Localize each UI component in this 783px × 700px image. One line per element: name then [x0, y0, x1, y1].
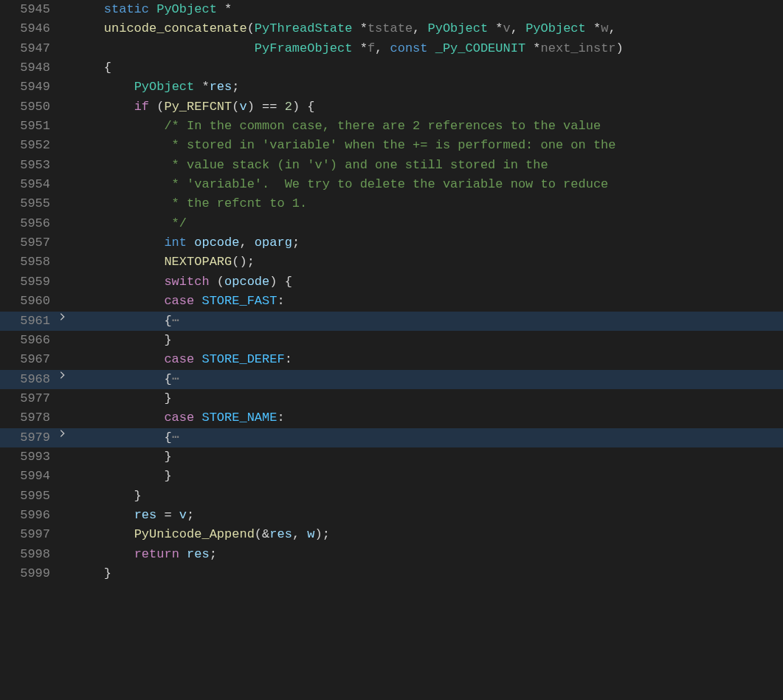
code-content[interactable]: * the refcnt to 1.	[71, 194, 783, 213]
token-punct: ;	[210, 547, 217, 561]
code-line[interactable]: 5951 /* In the common case, there are 2 …	[0, 117, 783, 136]
fold-gutter[interactable]	[53, 312, 71, 322]
token-punct	[187, 236, 194, 250]
code-line[interactable]: 5995 }	[0, 487, 783, 506]
code-content[interactable]: }	[71, 389, 783, 408]
code-content[interactable]: PyUnicode_Append(&res, w);	[71, 525, 783, 544]
code-line[interactable]: 5996 res = v;	[0, 506, 783, 525]
code-content[interactable]: * value stack (in 'v') and one still sto…	[71, 156, 783, 175]
line-number: 5955	[0, 194, 53, 213]
token-ctrl: case	[164, 411, 194, 425]
code-content[interactable]: case STORE_NAME:	[71, 408, 783, 428]
line-number: 5995	[0, 487, 53, 506]
code-content[interactable]: PyObject *res;	[71, 78, 783, 97]
token-punct: )	[616, 41, 624, 55]
code-line[interactable]: 5977 }	[0, 389, 783, 408]
code-content[interactable]: int opcode, oparg;	[71, 233, 783, 253]
code-line[interactable]: 5956 */	[0, 214, 783, 233]
code-line[interactable]: 5998 return res;	[0, 545, 783, 564]
line-number: 5998	[0, 545, 53, 564]
code-line[interactable]: 5999 }	[0, 564, 783, 583]
token-punct: ;	[187, 508, 194, 522]
token-ctrl: return	[134, 547, 179, 561]
token-punct: ) ==	[247, 100, 285, 114]
code-line[interactable]: 5949 PyObject *res;	[0, 78, 783, 97]
code-content[interactable]: }	[71, 447, 783, 467]
line-number: 5968	[0, 370, 53, 389]
code-content[interactable]: static PyObject *	[71, 0, 783, 19]
code-content[interactable]: }	[71, 467, 783, 486]
code-line[interactable]: 5950 if (Py_REFCNT(v) == 2) {	[0, 97, 783, 117]
token-punct: ,	[608, 21, 615, 35]
token-type: PyObject	[428, 21, 489, 35]
code-line[interactable]: 5947 PyFrameObject *f, const _Py_CODEUNI…	[0, 39, 783, 58]
line-number: 5954	[0, 175, 53, 194]
code-content[interactable]: */	[71, 214, 783, 233]
token-fn: NEXTOPARG	[164, 255, 232, 269]
code-content[interactable]: NEXTOPARG();	[71, 253, 783, 272]
code-content[interactable]: if (Py_REFCNT(v) == 2) {	[71, 97, 783, 117]
code-line[interactable]: 5954 * 'variable'. We try to delete the …	[0, 175, 783, 194]
code-line[interactable]: 5945 static PyObject *	[0, 0, 783, 19]
token-type: _Py_CODEUNIT	[435, 41, 525, 55]
token-comment: * stored in 'variable' when the += is pe…	[74, 138, 616, 152]
token-punct	[74, 352, 164, 366]
code-line[interactable]: 5966 }	[0, 331, 783, 350]
code-content[interactable]: {	[71, 58, 783, 78]
code-content[interactable]: switch (opcode) {	[71, 272, 783, 292]
token-punct: ();	[232, 255, 255, 269]
token-type: PyThreadState	[255, 21, 353, 35]
line-number: 5966	[0, 331, 53, 350]
token-punct: );	[314, 527, 329, 541]
code-line[interactable]: 5967 case STORE_DEREF:	[0, 350, 783, 369]
code-line[interactable]: 5978 case STORE_NAME:	[0, 408, 783, 428]
token-var: v	[179, 508, 187, 522]
code-content[interactable]: /* In the common case, there are 2 refer…	[71, 117, 783, 136]
code-content[interactable]: }	[71, 487, 783, 506]
line-number: 5950	[0, 97, 53, 117]
code-line[interactable]: 5955 * the refcnt to 1.	[0, 194, 783, 213]
code-content[interactable]: {⋯	[71, 312, 783, 331]
token-punct: *	[488, 21, 503, 35]
code-line[interactable]: 5958 NEXTOPARG();	[0, 253, 783, 272]
code-line[interactable]: 5961 {⋯	[0, 312, 783, 331]
token-comment: * the refcnt to 1.	[74, 196, 307, 210]
code-line[interactable]: 5968 {⋯	[0, 370, 783, 389]
code-content[interactable]: unicode_concatenate(PyThreadState *tstat…	[71, 19, 783, 38]
code-content[interactable]: {⋯	[71, 370, 783, 389]
line-number: 5978	[0, 408, 53, 428]
code-line[interactable]: 5957 int opcode, oparg;	[0, 233, 783, 253]
token-punct: (	[149, 100, 164, 114]
code-content[interactable]: res = v;	[71, 506, 783, 525]
code-line[interactable]: 5993 }	[0, 447, 783, 467]
code-line[interactable]: 5948 {	[0, 58, 783, 78]
line-number: 5996	[0, 506, 53, 525]
code-line[interactable]: 5952 * stored in 'variable' when the += …	[0, 136, 783, 155]
fold-gutter[interactable]	[53, 370, 71, 380]
code-line[interactable]: 5979 {⋯	[0, 428, 783, 447]
code-content[interactable]: * stored in 'variable' when the += is pe…	[71, 136, 783, 155]
code-content[interactable]: * 'variable'. We try to delete the varia…	[71, 175, 783, 194]
line-number: 5960	[0, 292, 53, 311]
code-editor[interactable]: 5945 static PyObject *5946 unicode_conca…	[0, 0, 783, 583]
code-line[interactable]: 5960 case STORE_FAST:	[0, 292, 783, 311]
fold-gutter[interactable]	[53, 428, 71, 439]
token-punct	[74, 294, 164, 308]
code-content[interactable]: }	[71, 331, 783, 350]
code-content[interactable]: case STORE_DEREF:	[71, 350, 783, 369]
code-line[interactable]: 5994 }	[0, 467, 783, 486]
chevron-right-icon	[57, 370, 67, 380]
code-line[interactable]: 5997 PyUnicode_Append(&res, w);	[0, 525, 783, 544]
code-content[interactable]: {⋯	[71, 428, 783, 447]
token-ctrl: if	[134, 100, 149, 114]
code-content[interactable]: }	[71, 564, 783, 583]
code-line[interactable]: 5953 * value stack (in 'v') and one stil…	[0, 156, 783, 175]
code-line[interactable]: 5946 unicode_concatenate(PyThreadState *…	[0, 19, 783, 38]
code-line[interactable]: 5959 switch (opcode) {	[0, 272, 783, 292]
code-content[interactable]: case STORE_FAST:	[71, 292, 783, 311]
token-punct: ) {	[292, 100, 315, 114]
token-fold-dots: ⋯	[172, 372, 179, 386]
code-content[interactable]: PyFrameObject *f, const _Py_CODEUNIT *ne…	[71, 39, 783, 58]
token-punct: *	[352, 41, 367, 55]
code-content[interactable]: return res;	[71, 545, 783, 564]
